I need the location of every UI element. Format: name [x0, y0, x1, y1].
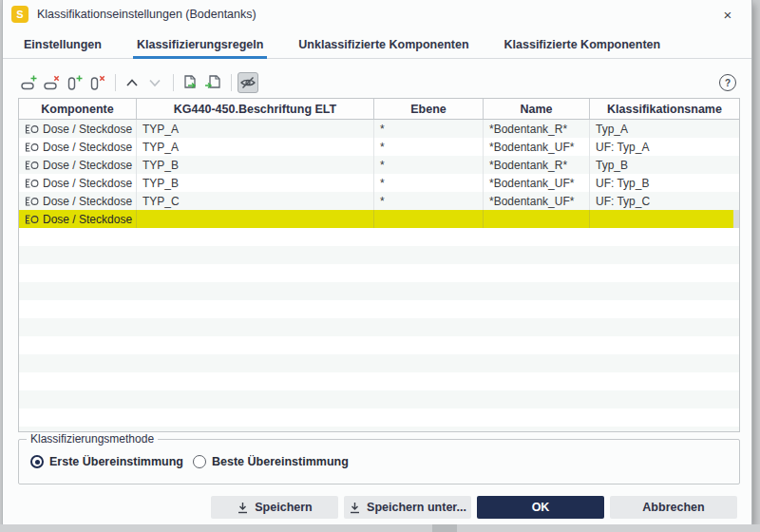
cell-beschriftung [137, 210, 374, 228]
add-column-icon[interactable] [64, 72, 85, 93]
cell-klassifikationsname: UF: Typ_C [590, 192, 739, 210]
radio-selected-icon[interactable] [30, 455, 44, 468]
cell-komponente: Dose / Steckdose [43, 123, 132, 136]
cell-komponente: Dose / Steckdose [43, 159, 132, 172]
cell-klassifikationsname: Typ_A [590, 120, 739, 138]
classification-method-groupbox: Klassifizierungsmethode Erste Übereinsti… [18, 439, 740, 484]
cell-klassifikationsname: Typ_B [590, 156, 739, 174]
ok-button-label: OK [532, 501, 550, 514]
import-rules-icon[interactable] [180, 72, 200, 93]
column-header-komponente[interactable]: Komponente [19, 99, 137, 119]
cell-ebene: * [374, 120, 484, 138]
move-up-icon[interactable] [122, 72, 142, 93]
cell-beschriftung: TYP_A [137, 138, 374, 156]
background-scrollbar-thumb [432, 524, 457, 532]
save-as-button-label: Speichern unter... [367, 501, 466, 514]
socket-icon [25, 197, 39, 206]
radio-beste-uebereinstimmung[interactable]: Beste Übereinstimmung [193, 455, 349, 468]
delete-column-icon[interactable] [86, 72, 107, 93]
window-title: Klassifikationseinstellungen (Bodentanks… [37, 8, 256, 21]
save-button[interactable]: Speichern [211, 496, 338, 519]
cell-name [484, 210, 590, 228]
move-down-icon[interactable] [144, 72, 165, 93]
title-bar: S Klassifikationseinstellungen (Bodentan… [3, 0, 751, 28]
table-row[interactable]: Dose / Steckdose TYP_B * *Bodentank_R* T… [19, 156, 739, 174]
toggle-hidden-eye-slash-icon[interactable] [238, 72, 258, 93]
radio-label: Erste Übereinstimmung [49, 455, 183, 468]
tab-klassifizierungsregeln[interactable]: Klassifizierungsregeln [137, 30, 263, 58]
toolbar-separator [231, 74, 232, 91]
save-button-label: Speichern [255, 501, 312, 514]
toolbar: ? [18, 70, 736, 95]
cell-name: *Bodentank_UF* [484, 138, 590, 156]
download-icon [237, 502, 249, 514]
tab-bar: Einstellungen Klassifizierungsregeln Unk… [3, 30, 751, 59]
dialog-window: S Klassifikationseinstellungen (Bodentan… [3, 0, 751, 524]
add-row-icon[interactable] [18, 72, 39, 93]
socket-icon [25, 124, 39, 134]
cell-ebene: * [374, 174, 484, 192]
help-icon[interactable]: ? [719, 74, 736, 91]
cell-klassifikationsname [590, 210, 739, 228]
cell-ebene: * [374, 192, 484, 210]
app-icon: S [11, 6, 28, 23]
table-row[interactable]: Dose / Steckdose TYP_B * *Bodentank_UF* … [19, 174, 739, 192]
cell-beschriftung: TYP_B [137, 156, 374, 174]
tab-einstellungen[interactable]: Einstellungen [24, 30, 102, 58]
socket-icon [25, 179, 39, 188]
table-row[interactable]: Dose / Steckdose TYP_A * *Bodentank_R* T… [19, 120, 739, 138]
table-row[interactable]: Dose / Steckdose TYP_C * *Bodentank_UF* … [19, 192, 739, 210]
cell-komponente: Dose / Steckdose [43, 141, 132, 154]
cancel-button[interactable]: Abbrechen [610, 496, 737, 519]
cell-komponente: Dose / Steckdose [43, 213, 132, 226]
table-header: Komponente KG440-450.Beschriftung ELT Eb… [19, 99, 739, 120]
radio-unselected-icon[interactable] [193, 455, 206, 468]
footer-button-bar: Speichern Speichern unter... OK Abbreche… [3, 496, 737, 519]
column-header-ebene[interactable]: Ebene [374, 99, 484, 119]
radio-label: Beste Übereinstimmung [212, 455, 349, 468]
download-icon [349, 502, 361, 514]
socket-icon [25, 215, 39, 224]
cell-name: *Bodentank_UF* [484, 192, 590, 210]
rules-table: Komponente KG440-450.Beschriftung ELT Eb… [18, 98, 740, 432]
column-header-name[interactable]: Name [484, 99, 590, 119]
cancel-button-label: Abbrechen [642, 501, 704, 514]
export-rules-icon[interactable] [202, 72, 223, 93]
cell-ebene: * [374, 156, 484, 174]
column-header-klassifikationsname[interactable]: Klassifikationsname [590, 99, 739, 119]
table-empty-area [19, 228, 739, 432]
ok-button[interactable]: OK [477, 496, 604, 519]
toolbar-separator [173, 74, 174, 91]
cell-komponente: Dose / Steckdose [43, 177, 132, 190]
tab-unklassifizierte-komponenten[interactable]: Unklassifizierte Komponenten [298, 30, 468, 58]
cell-name: *Bodentank_R* [484, 156, 590, 174]
cell-beschriftung: TYP_C [137, 192, 374, 210]
delete-row-icon[interactable] [41, 72, 62, 93]
close-icon[interactable]: × [717, 4, 738, 25]
table-row-selected[interactable]: Dose / Steckdose [19, 210, 739, 228]
cell-name: *Bodentank_R* [484, 120, 590, 138]
cell-klassifikationsname: UF: Typ_B [590, 174, 739, 192]
table-row[interactable]: Dose / Steckdose TYP_A * *Bodentank_UF* … [19, 138, 739, 156]
cell-komponente: Dose / Steckdose [43, 195, 132, 208]
column-header-beschriftung[interactable]: KG440-450.Beschriftung ELT [137, 99, 374, 119]
row-end-cap [733, 210, 739, 228]
groupbox-legend: Klassifizierungsmethode [27, 432, 158, 446]
save-as-button[interactable]: Speichern unter... [344, 496, 471, 519]
socket-icon [25, 142, 39, 152]
tab-klassifizierte-komponenten[interactable]: Klassifizierte Komponenten [504, 30, 661, 58]
cell-name: *Bodentank_UF* [484, 174, 590, 192]
radio-erste-uebereinstimmung[interactable]: Erste Übereinstimmung [30, 455, 183, 468]
cell-klassifikationsname: UF: Typ_A [590, 138, 739, 156]
cell-beschriftung: TYP_B [137, 174, 374, 192]
cell-ebene [374, 210, 484, 228]
cell-ebene: * [374, 138, 484, 156]
toolbar-separator [115, 74, 116, 91]
socket-icon [25, 161, 39, 170]
background-strip [0, 524, 760, 532]
cell-beschriftung: TYP_A [137, 120, 374, 138]
